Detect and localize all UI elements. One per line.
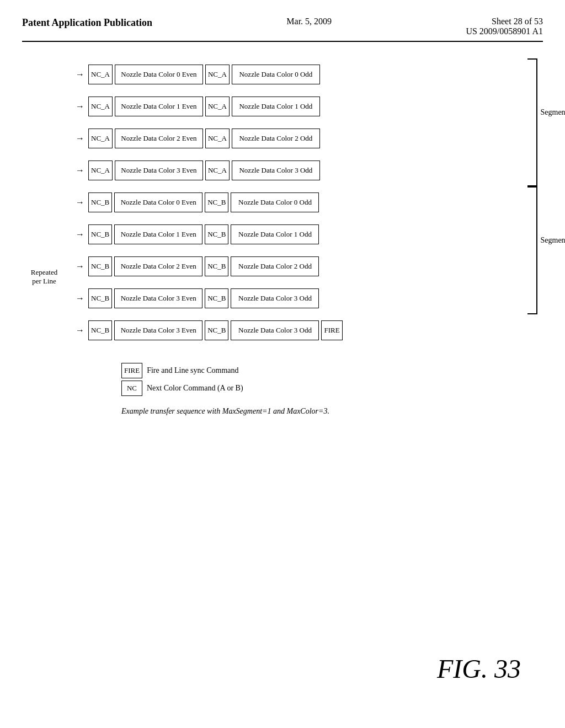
nc-box-2d: Nozzle Data Color 1 Odd: [232, 97, 320, 116]
nc-box-9c: NC_B: [205, 320, 228, 340]
nc-box-6a: NC_B: [88, 224, 112, 244]
nc-box-8c: NC_B: [205, 288, 228, 308]
segment1-label: Segment 1: [541, 236, 566, 245]
rows-wrapper: → NC_A Nozzle Data Color 0 Even NC_A Noz…: [72, 58, 543, 346]
example-text: Example transfer sequence with MaxSegmen…: [121, 407, 543, 416]
nc-box-9a: NC_B: [88, 320, 112, 340]
nc-box-2b: Nozzle Data Color 1 Even: [115, 97, 203, 116]
nc-box-3b: Nozzle Data Color 2 Even: [115, 129, 203, 148]
nc-box-3d: Nozzle Data Color 2 Odd: [232, 129, 320, 148]
nc-box-1d: Nozzle Data Color 0 Odd: [232, 65, 320, 84]
arrow-9: →: [72, 325, 88, 335]
page: Patent Application Publication Mar. 5, 2…: [0, 0, 565, 728]
arrow-8: →: [72, 293, 88, 303]
diagram-row-6: → NC_B Nozzle Data Color 1 Even NC_B Noz…: [72, 218, 543, 250]
nc-box-3a: NC_A: [88, 129, 113, 148]
legend-nc-box: NC: [121, 381, 142, 396]
fig-label: FIG. 33: [437, 654, 521, 684]
nc-box-1a: NC_A: [88, 65, 113, 84]
legend-nc-text: Next Color Command (A or B): [147, 384, 243, 393]
header: Patent Application Publication Mar. 5, 2…: [22, 17, 543, 42]
nc-box-3c: NC_A: [205, 129, 230, 148]
diagram-row-1: → NC_A Nozzle Data Color 0 Even NC_A Noz…: [72, 58, 543, 90]
nc-box-4b: Nozzle Data Color 3 Even: [115, 160, 203, 180]
header-date: Mar. 5, 2009: [286, 17, 332, 26]
nc-box-1b: Nozzle Data Color 0 Even: [115, 65, 203, 84]
legend-nc: NC Next Color Command (A or B): [121, 381, 543, 396]
arrow-4: →: [72, 165, 88, 175]
nc-box-7c: NC_B: [205, 256, 228, 276]
diagram-row-5: → NC_B Nozzle Data Color 0 Even NC_B Noz…: [72, 186, 543, 218]
nc-box-5b: Nozzle Data Color 0 Even: [114, 192, 202, 212]
diagram-row-3: → NC_A Nozzle Data Color 2 Even NC_A Noz…: [72, 122, 543, 154]
arrow-1: →: [72, 69, 88, 79]
legend-fire-box: FIRE: [121, 363, 142, 378]
diagram-row-2: → NC_A Nozzle Data Color 1 Even NC_A Noz…: [72, 90, 543, 122]
nc-box-1c: NC_A: [205, 65, 230, 84]
diagram-row-4: → NC_A Nozzle Data Color 3 Even NC_A Noz…: [72, 154, 543, 186]
nc-box-8a: NC_B: [88, 288, 112, 308]
diagram-row-9: → NC_B Nozzle Data Color 3 Even NC_B Noz…: [72, 314, 543, 346]
diagram-row-7: → NC_B Nozzle Data Color 2 Even NC_B Noz…: [72, 250, 543, 282]
legend-fire: FIRE Fire and Line sync Command: [121, 363, 543, 378]
arrow-3: →: [72, 133, 88, 143]
nc-box-4c: NC_A: [205, 160, 230, 180]
repeated-label: Repeated per Line: [22, 268, 66, 286]
arrow-6: →: [72, 229, 88, 239]
arrow-5: →: [72, 197, 88, 207]
nc-box-9d: Nozzle Data Color 3 Odd: [231, 320, 319, 340]
nc-box-7a: NC_B: [88, 256, 112, 276]
nc-box-9b: Nozzle Data Color 3 Even: [114, 320, 202, 340]
nc-box-7d: Nozzle Data Color 2 Odd: [231, 256, 319, 276]
nc-box-6c: NC_B: [205, 224, 228, 244]
legend-fire-text: Fire and Line sync Command: [147, 366, 238, 375]
header-sheet: Sheet 28 of 53 US 2009/0058901 A1: [466, 17, 543, 36]
nc-box-7b: Nozzle Data Color 2 Even: [114, 256, 202, 276]
nc-box-6b: Nozzle Data Color 1 Even: [114, 224, 202, 244]
arrow-2: →: [72, 101, 88, 111]
arrow-7: →: [72, 261, 88, 271]
nc-box-4a: NC_A: [88, 160, 113, 180]
nc-box-5c: NC_B: [205, 192, 228, 212]
nc-box-5d: Nozzle Data Color 0 Odd: [231, 192, 319, 212]
segment0-bracket: [527, 58, 537, 186]
nc-box-4d: Nozzle Data Color 3 Odd: [232, 160, 320, 180]
nc-box-2a: NC_A: [88, 97, 113, 116]
diagram-content: → NC_A Nozzle Data Color 0 Even NC_A Noz…: [72, 58, 543, 416]
diagram-area: Repeated per Line → NC_A Nozzle Data Col…: [22, 58, 543, 416]
diagram-row-8: → NC_B Nozzle Data Color 3 Even NC_B Noz…: [72, 282, 543, 314]
nc-box-2c: NC_A: [205, 97, 230, 116]
nc-box-8d: Nozzle Data Color 3 Odd: [231, 288, 319, 308]
nc-box-8b: Nozzle Data Color 3 Even: [114, 288, 202, 308]
segment0-label: Segment 0: [541, 108, 566, 117]
segment1-bracket: [527, 186, 537, 314]
fire-box: FIRE: [321, 320, 342, 340]
nc-box-5a: NC_B: [88, 192, 112, 212]
bottom-legend: FIRE Fire and Line sync Command NC Next …: [121, 363, 543, 396]
nc-box-6d: Nozzle Data Color 1 Odd: [231, 224, 319, 244]
patent-title: Patent Application Publication: [22, 17, 152, 29]
